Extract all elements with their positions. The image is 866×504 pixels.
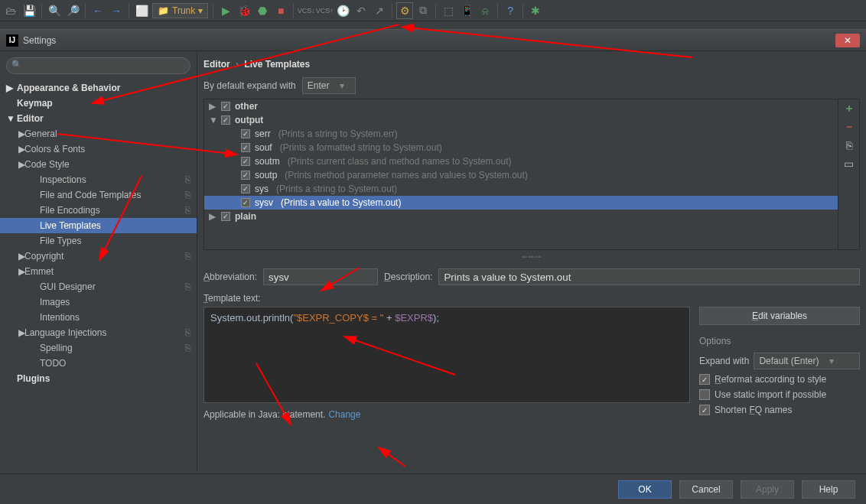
help-button[interactable]: Help (802, 480, 855, 499)
sidebar-item[interactable]: File and Code Templates⎘ (0, 187, 197, 203)
chevron-right-icon: › (236, 59, 239, 70)
splitter-grip[interactable]: ┉┉┉ (203, 252, 860, 262)
sidebar-item[interactable]: GUI Designer⎘ (0, 279, 197, 294)
group-checkbox[interactable] (221, 115, 230, 125)
android-icon[interactable]: ⍾ (477, 3, 493, 18)
template-group[interactable]: ▶plain (204, 210, 838, 223)
close-icon[interactable]: ✕ (835, 34, 860, 47)
edit-variables-button[interactable]: Edit variables (699, 307, 860, 325)
copy-button[interactable]: ⎘ (843, 139, 855, 151)
template-item[interactable]: serr(Prints a string to System.err) (204, 127, 838, 141)
sidebar-item[interactable]: ▶General (0, 126, 197, 141)
group-checkbox[interactable] (221, 102, 230, 111)
cancel-button[interactable]: Cancel (679, 480, 733, 499)
sdk-icon[interactable]: ⬚ (441, 3, 456, 18)
template-item[interactable]: sysv(Prints a value to System.out) (204, 196, 838, 210)
sidebar-item[interactable]: File Types (0, 233, 197, 249)
template-item[interactable]: sys(Prints a string to System.out) (204, 182, 838, 196)
template-checkbox[interactable] (241, 184, 250, 193)
template-item[interactable]: soutp(Prints method parameter names and … (204, 168, 838, 182)
template-item[interactable]: soutm(Prints current class and method na… (204, 154, 838, 168)
expand-select[interactable]: Enter ▾ (302, 77, 356, 94)
sidebar-item[interactable]: Intentions (0, 310, 197, 325)
remove-button[interactable]: － (843, 121, 855, 133)
save-icon[interactable]: 💾 (21, 3, 37, 18)
group-checkbox[interactable] (221, 212, 230, 221)
plugin-icon[interactable]: ✱ (528, 3, 543, 18)
vcs-commit-icon[interactable]: VCS↑ (317, 3, 332, 18)
sidebar-item-label: Code Style (24, 159, 70, 170)
folder-icon: 📁 (158, 5, 169, 16)
coverage-icon[interactable]: ⬣ (255, 3, 270, 18)
project-badge-icon: ⎘ (185, 251, 190, 262)
template-text-area[interactable]: System.out.println("$EXPR_COPY$ = " + $E… (203, 307, 690, 403)
vcs-update-icon[interactable]: VCS↓ (298, 3, 314, 18)
shorten-fq-checkbox[interactable] (699, 405, 710, 415)
apply-button[interactable]: Apply (741, 480, 794, 499)
settings-highlighted-icon[interactable]: ⚙ (397, 3, 412, 18)
template-checkbox[interactable] (241, 198, 250, 207)
sidebar-item[interactable]: ▶Code Style (0, 157, 197, 172)
push-icon[interactable]: ↗ (372, 3, 387, 18)
stop-icon[interactable]: ■ (273, 3, 288, 18)
forward-icon[interactable]: → (109, 3, 124, 18)
template-group[interactable]: ▶other (204, 99, 838, 113)
search-input[interactable] (6, 57, 190, 74)
template-item[interactable]: souf(Prints a formatted string to System… (204, 141, 838, 154)
sidebar-item[interactable]: ▶Language Injections⎘ (0, 325, 197, 340)
run-icon[interactable]: ▶ (218, 3, 233, 18)
sidebar-item[interactable]: ▶Emmet (0, 264, 197, 279)
search2-icon[interactable]: 🔎 (65, 3, 80, 18)
abbr-input[interactable] (263, 268, 378, 285)
run-config-combo[interactable]: 📁 Trunk ▾ (152, 3, 208, 18)
expand-with-select[interactable]: Default (Enter) ▾ (754, 353, 860, 369)
project-badge-icon: ⎘ (185, 281, 190, 292)
sidebar-item[interactable]: Plugins (0, 371, 197, 386)
desc-label: Description: (384, 272, 432, 282)
sidebar-item[interactable]: ▼Editor (0, 111, 197, 126)
breadcrumb-root: Editor (203, 59, 230, 70)
help-icon[interactable]: ? (503, 3, 518, 18)
reformat-checkbox[interactable] (699, 374, 710, 385)
debug-icon[interactable]: 🐞 (236, 3, 252, 18)
sidebar-item[interactable]: ▶Appearance & Behavior (0, 80, 197, 96)
options-title: Options (699, 336, 860, 346)
sidebar-item[interactable]: ▶Colors & Fonts (0, 141, 197, 157)
add-button[interactable]: ＋ (843, 102, 855, 115)
static-import-checkbox[interactable] (699, 389, 710, 400)
sidebar-item-label: Intentions (40, 312, 80, 323)
revert-icon[interactable]: ↶ (353, 3, 369, 18)
breadcrumb: Editor › Live Templates (203, 56, 860, 77)
back-icon[interactable]: ← (90, 3, 106, 18)
sidebar-item[interactable]: Inspections⎘ (0, 172, 197, 187)
desc-input[interactable] (438, 268, 860, 285)
template-checkbox[interactable] (241, 143, 250, 152)
settings-tree: ▶Appearance & BehaviorKeymap▼Editor▶Gene… (0, 80, 197, 386)
open-icon[interactable]: 🗁 (3, 3, 18, 18)
sidebar-item[interactable]: Spelling⎘ (0, 340, 197, 356)
sidebar-item[interactable]: Live Templates (0, 218, 197, 233)
restore-button[interactable]: ▭ (843, 158, 855, 170)
template-group[interactable]: ▼output (204, 113, 838, 127)
template-name: soutp (255, 170, 277, 180)
sidebar-item[interactable]: Images (0, 294, 197, 310)
sidebar-item[interactable]: Keymap (0, 96, 197, 111)
template-checkbox[interactable] (241, 157, 250, 166)
tree-arrow-icon: ▶ (209, 211, 216, 222)
sidebar-item[interactable]: TODO (0, 356, 197, 371)
applicable-text: Applicable in Java: statement.Change (203, 409, 690, 420)
sidebar-item-label: Inspections (40, 174, 86, 185)
template-checkbox[interactable] (241, 129, 250, 138)
sidebar-item[interactable]: ▶Copyright⎘ (0, 249, 197, 264)
binary-icon[interactable]: ⬜ (134, 3, 149, 18)
search-icon[interactable]: 🔍 (47, 3, 62, 18)
change-link[interactable]: Change (328, 409, 360, 420)
template-desc: (Prints a string to System.err) (278, 128, 833, 139)
sidebar-item[interactable]: File Encodings⎘ (0, 203, 197, 218)
template-checkbox[interactable] (241, 171, 250, 180)
project-structure-icon[interactable]: ⧉ (415, 3, 431, 18)
tree-arrow-icon: ▶ (18, 266, 25, 277)
ok-button[interactable]: OK (618, 480, 672, 499)
history-icon[interactable]: 🕑 (335, 3, 350, 18)
avd-icon[interactable]: 📱 (459, 3, 474, 18)
